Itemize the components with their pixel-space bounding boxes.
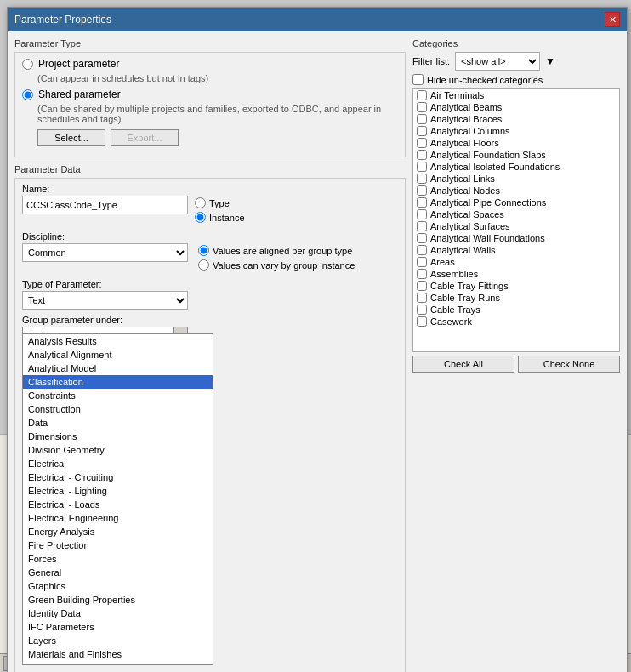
dropdown-item-graphics[interactable]: Graphics (23, 579, 213, 593)
values-col: Values are aligned per group type Values… (198, 231, 355, 274)
cat-label-areas: Areas (430, 257, 455, 267)
project-param-row: Project parameter (22, 58, 398, 70)
param-data-section: Name: Type Instance (14, 178, 406, 672)
check-all-button[interactable]: Check All (412, 356, 514, 373)
cat-item-analytical-pipe[interactable]: Analytical Pipe Connections (413, 196, 619, 208)
cat-item-analytical-isolated[interactable]: Analytical Isolated Foundations (413, 161, 619, 173)
cat-checkbox-cable-tray-runs[interactable] (417, 293, 427, 303)
cat-item-air-terminals[interactable]: Air Terminals (413, 89, 619, 101)
dropdown-item-materials[interactable]: Materials and Finishes (23, 647, 213, 661)
cat-checkbox-analytical-pipe[interactable] (417, 197, 427, 208)
project-param-radio[interactable] (22, 59, 33, 70)
cat-item-analytical-wall-foundations[interactable]: Analytical Wall Foundations (413, 232, 619, 244)
cat-item-cable-trays[interactable]: Cable Trays (413, 304, 619, 316)
name-input[interactable] (22, 196, 188, 214)
type-radio[interactable] (195, 197, 206, 208)
dropdown-item-electrical[interactable]: Electrical (23, 457, 213, 470)
dropdown-item-data[interactable]: Data (23, 416, 213, 430)
cat-checkbox-areas[interactable] (417, 257, 427, 267)
dropdown-item-analysis-results[interactable]: Analysis Results (23, 334, 213, 348)
instance-radio-label: Instance (209, 213, 245, 223)
cat-checkbox-analytical-surfaces[interactable] (417, 221, 427, 231)
values-vary-radio[interactable] (198, 259, 209, 271)
dropdown-item-analytical-model[interactable]: Analytical Model (23, 362, 213, 375)
cat-item-analytical-floors[interactable]: Analytical Floors (413, 137, 619, 149)
cat-checkbox-analytical-wall-foundations[interactable] (417, 233, 427, 243)
values-aligned-label: Values are aligned per group type (213, 246, 352, 256)
group-param-label: Group parameter under: (22, 315, 398, 325)
dropdown-item-mechanical[interactable]: Mechanical (23, 661, 213, 665)
dropdown-item-energy-analysis[interactable]: Energy Analysis (23, 525, 213, 538)
shared-param-row: Shared parameter (22, 88, 398, 100)
cat-checkbox-cable-trays[interactable] (417, 305, 427, 315)
cat-item-analytical-columns[interactable]: Analytical Columns (413, 125, 619, 137)
cat-checkbox-analytical-beams[interactable] (417, 102, 427, 112)
type-of-param-select[interactable]: Text (22, 291, 188, 310)
cat-checkbox-analytical-foundation-slabs[interactable] (417, 150, 427, 160)
dropdown-item-ifc-parameters[interactable]: IFC Parameters (23, 620, 213, 634)
select-export-buttons: Select... Export... (22, 129, 398, 146)
dropdown-item-dimensions[interactable]: Dimensions (23, 430, 213, 443)
cat-item-analytical-foundation-slabs[interactable]: Analytical Foundation Slabs (413, 149, 619, 161)
cat-item-cable-tray-fittings[interactable]: Cable Tray Fittings (413, 280, 619, 292)
cat-item-analytical-surfaces[interactable]: Analytical Surfaces (413, 220, 619, 232)
cat-checkbox-analytical-walls[interactable] (417, 245, 427, 255)
hide-unchecked-row: Hide un-checked categories (412, 74, 620, 85)
name-label: Name: (22, 184, 398, 194)
cat-checkbox-analytical-floors[interactable] (417, 138, 427, 148)
filter-select[interactable]: <show all> (455, 52, 540, 71)
cat-item-analytical-beams[interactable]: Analytical Beams (413, 101, 619, 113)
cat-checkbox-analytical-spaces[interactable] (417, 209, 427, 219)
cat-checkbox-casework[interactable] (417, 316, 427, 327)
group-param-section: Group parameter under: Text ▼ Analysis R… (22, 315, 398, 345)
cat-item-cable-tray-runs[interactable]: Cable Tray Runs (413, 292, 619, 304)
dropdown-item-green-building[interactable]: Green Building Properties (23, 593, 213, 607)
dropdown-item-division-geometry[interactable]: Division Geometry (23, 443, 213, 457)
cat-item-casework[interactable]: Casework (413, 316, 619, 327)
select-button[interactable]: Select... (37, 129, 105, 146)
dropdown-item-identity-data[interactable]: Identity Data (23, 607, 213, 620)
cat-checkbox-air-terminals[interactable] (417, 90, 427, 100)
dropdown-item-classification[interactable]: Classification (23, 375, 213, 389)
export-button[interactable]: Export... (111, 129, 179, 146)
dropdown-item-general[interactable]: General (23, 566, 213, 579)
dialog-body: Parameter Type Project parameter (Can ap… (8, 31, 627, 672)
dropdown-item-constraints[interactable]: Constraints (23, 389, 213, 402)
hide-unchecked-checkbox[interactable] (412, 74, 424, 85)
cat-checkbox-analytical-braces[interactable] (417, 114, 427, 124)
type-of-param-label: Type of Parameter: (22, 279, 188, 289)
check-none-button[interactable]: Check None (518, 356, 620, 373)
cat-item-analytical-links[interactable]: Analytical Links (413, 173, 619, 185)
cat-checkbox-analytical-nodes[interactable] (417, 185, 427, 196)
cat-item-analytical-nodes[interactable]: Analytical Nodes (413, 185, 619, 196)
values-aligned-radio[interactable] (198, 245, 209, 256)
dropdown-item-electrical-circuiting[interactable]: Electrical - Circuiting (23, 470, 213, 484)
discipline-select[interactable]: Common (22, 243, 188, 262)
cat-item-analytical-braces[interactable]: Analytical Braces (413, 113, 619, 125)
dropdown-item-construction[interactable]: Construction (23, 402, 213, 416)
cat-checkbox-assemblies[interactable] (417, 269, 427, 279)
shared-param-desc: (Can be shared by multiple projects and … (37, 104, 398, 124)
dropdown-item-forces[interactable]: Forces (23, 552, 213, 566)
dropdown-item-layers[interactable]: Layers (23, 634, 213, 647)
close-button[interactable]: ✕ (605, 12, 620, 27)
cat-checkbox-analytical-isolated[interactable] (417, 162, 427, 172)
cat-item-areas[interactable]: Areas (413, 256, 619, 268)
cat-item-analytical-walls[interactable]: Analytical Walls (413, 244, 619, 256)
cat-checkbox-cable-tray-fittings[interactable] (417, 281, 427, 291)
cat-item-analytical-spaces[interactable]: Analytical Spaces (413, 208, 619, 220)
cat-checkbox-analytical-columns[interactable] (417, 126, 427, 136)
categories-filter-row: Filter list: <show all> ▼ (412, 52, 620, 71)
cat-label-analytical-walls: Analytical Walls (430, 245, 496, 255)
dropdown-item-electrical-engineering[interactable]: Electrical Engineering (23, 511, 213, 525)
dropdown-item-electrical-loads[interactable]: Electrical - Loads (23, 498, 213, 511)
group-param-dropdown-list[interactable]: Analysis Results Analytical Alignment An… (22, 333, 213, 665)
param-type-section: Project parameter (Can appear in schedul… (14, 52, 406, 157)
cat-item-assemblies[interactable]: Assemblies (413, 268, 619, 280)
dropdown-item-electrical-lighting[interactable]: Electrical - Lighting (23, 484, 213, 498)
instance-radio[interactable] (195, 212, 206, 223)
dropdown-item-fire-protection[interactable]: Fire Protection (23, 538, 213, 552)
dropdown-item-analytical-alignment[interactable]: Analytical Alignment (23, 348, 213, 362)
shared-param-radio[interactable] (22, 89, 33, 100)
cat-checkbox-analytical-links[interactable] (417, 174, 427, 184)
